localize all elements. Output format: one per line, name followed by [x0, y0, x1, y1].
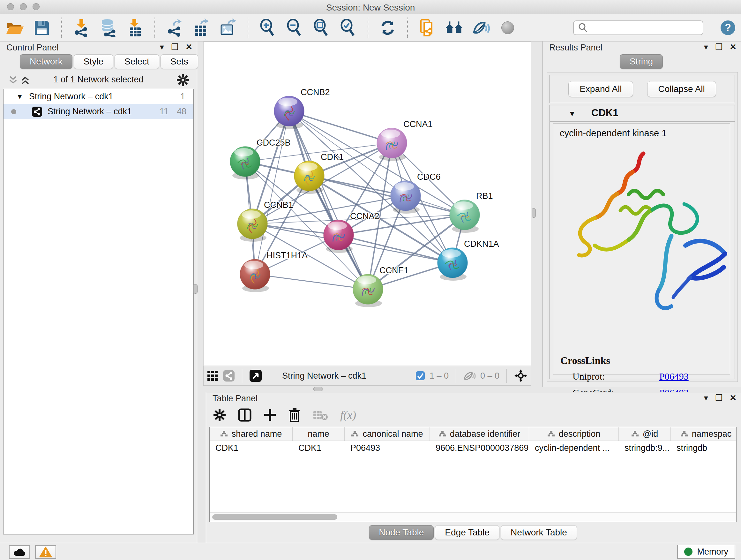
table-horizontal-scrollbar[interactable]: [210, 512, 736, 522]
open-session-button[interactable]: [6, 18, 24, 37]
tab-select[interactable]: Select: [115, 54, 159, 69]
import-network-database-button[interactable]: [99, 18, 118, 37]
expand-all-button[interactable]: Expand All: [568, 81, 633, 97]
network-graph[interactable]: CCNB2CCNA1CDC25BCDK1CDC6RB1CCNB1CCNA2CDK…: [204, 42, 531, 366]
zoom-out-button[interactable]: [285, 18, 304, 37]
node-CCNB1[interactable]: [238, 209, 267, 242]
node-CCNE1[interactable]: [353, 274, 383, 307]
gray-sphere-button[interactable]: [498, 18, 517, 37]
delete-column-icon[interactable]: [288, 408, 300, 422]
import-table-button[interactable]: [126, 18, 144, 37]
vertical-splitter-handle[interactable]: [193, 284, 198, 294]
node-RB1[interactable]: [450, 200, 480, 233]
column-header-shared-name[interactable]: shared name: [210, 427, 293, 441]
column-type-icon: [680, 430, 688, 437]
scrollbar-thumb[interactable]: [212, 514, 337, 520]
add-column-icon[interactable]: [264, 409, 276, 422]
column-header-name[interactable]: name: [293, 427, 345, 441]
node-CDC6[interactable]: [391, 181, 421, 213]
node-CCNA1[interactable]: [377, 128, 407, 161]
panel-menu-icon[interactable]: ▾: [704, 393, 708, 403]
memory-indicator[interactable]: Memory: [677, 545, 735, 559]
birdseye-view-icon[interactable]: [249, 369, 262, 382]
hidden-count: 0 – 0: [480, 371, 499, 381]
string-documents-button[interactable]: [418, 18, 436, 37]
table-cell[interactable]: 9606.ENSP00000378699: [430, 441, 529, 455]
network-canvas[interactable]: CCNB2CCNA1CDC25BCDK1CDC6RB1CCNB1CCNA2CDK…: [203, 42, 531, 366]
table-row[interactable]: CDK1CDK1P064939606.ENSP00000378699cyclin…: [210, 441, 736, 455]
edge-CCNB2-CCNA1[interactable]: [289, 111, 392, 143]
zoom-in-button[interactable]: [259, 18, 277, 37]
node-CDK1[interactable]: [294, 161, 324, 194]
houses-button[interactable]: [445, 18, 463, 37]
tab-style[interactable]: Style: [74, 54, 113, 69]
cloud-status-button[interactable]: [9, 545, 30, 559]
tree-expand-icon[interactable]: ▼: [16, 92, 23, 101]
help-button[interactable]: ?: [721, 20, 735, 35]
tab-edge-table[interactable]: Edge Table: [435, 525, 499, 540]
edge-HIST1H1A-CCNE1[interactable]: [255, 274, 368, 289]
column-header-database-identifier[interactable]: database identifier: [430, 427, 529, 441]
column-header-namespac[interactable]: namespac: [671, 427, 737, 441]
panel-close-icon[interactable]: ✕: [185, 42, 192, 52]
node-table: shared namenamecanonical namedatabase id…: [209, 427, 737, 522]
fit-content-button[interactable]: [312, 18, 331, 37]
selected-checkbox-icon[interactable]: [415, 371, 425, 381]
panel-menu-icon[interactable]: ▾: [160, 42, 164, 52]
tab-node-table[interactable]: Node Table: [369, 525, 434, 540]
column-header-canonical-name[interactable]: canonical name: [345, 427, 430, 441]
column-header-description[interactable]: description: [529, 427, 619, 441]
vertical-splitter-handle[interactable]: [532, 208, 536, 218]
table-cell[interactable]: cyclin-dependent ...: [529, 441, 619, 455]
node-HIST1H1A[interactable]: [240, 259, 270, 292]
table-cell[interactable]: stringdb: [671, 441, 737, 455]
zoom-selected-button[interactable]: [339, 18, 357, 37]
collapse-all-button[interactable]: Collapse All: [647, 81, 716, 97]
export-network-button[interactable]: [165, 18, 184, 37]
tab-sets[interactable]: Sets: [160, 54, 198, 69]
gear-icon[interactable]: [177, 74, 189, 86]
hidden-eye-icon[interactable]: [463, 371, 476, 381]
panel-float-icon[interactable]: ❒: [715, 393, 723, 403]
crosslink-link[interactable]: P06493: [659, 371, 689, 382]
crosslink-row: Uniprot:P06493: [560, 371, 741, 382]
node-result-body: cyclin-dependent kinase 1: [553, 123, 730, 375]
node-CCNB2[interactable]: [274, 96, 304, 129]
node-CCNA2[interactable]: [324, 220, 354, 253]
eye-waves-button[interactable]: [472, 18, 490, 37]
tab-network[interactable]: Network: [20, 54, 72, 69]
import-network-file-button[interactable]: [72, 18, 91, 37]
node-result-header[interactable]: ▼ CDK1: [550, 105, 735, 122]
table-cell[interactable]: CDK1: [293, 441, 345, 455]
network-collection-label: String Network – cdk1: [29, 91, 113, 102]
table-cell[interactable]: stringdb:9...: [619, 441, 671, 455]
warnings-button[interactable]: [35, 545, 56, 559]
node-CDC25B[interactable]: [230, 146, 260, 179]
table-cell[interactable]: CDK1: [210, 441, 293, 455]
export-image-button[interactable]: [219, 18, 238, 37]
table-cell[interactable]: P06493: [345, 441, 430, 455]
grid-mode-icon[interactable]: [207, 370, 218, 381]
refresh-button[interactable]: [379, 18, 397, 37]
pan-crosshair-icon[interactable]: [514, 369, 528, 383]
column-header--id[interactable]: @id: [619, 427, 671, 441]
network-row[interactable]: String Network – cdk1 11 48: [3, 104, 193, 119]
edge-CCNB2-CCNE1[interactable]: [289, 111, 368, 289]
section-collapse-icon[interactable]: ▼: [568, 109, 576, 118]
panel-close-icon[interactable]: ✕: [730, 393, 737, 403]
network-collection-row[interactable]: ▼ String Network – cdk1 1: [3, 89, 193, 104]
table-settings-gear-icon[interactable]: [213, 409, 226, 422]
network-view-icon[interactable]: [223, 370, 235, 382]
export-table-button[interactable]: [192, 18, 211, 37]
search-input[interactable]: [591, 22, 703, 33]
panel-float-icon[interactable]: ❒: [715, 42, 723, 52]
node-CDKN1A[interactable]: [437, 248, 468, 281]
save-session-button[interactable]: [32, 18, 51, 37]
horizontal-splitter-handle[interactable]: [313, 387, 323, 391]
panel-close-icon[interactable]: ✕: [730, 42, 737, 52]
show-columns-icon[interactable]: [238, 408, 252, 422]
panel-menu-icon[interactable]: ▾: [704, 42, 708, 52]
panel-float-icon[interactable]: ❒: [171, 42, 179, 52]
tab-network-table[interactable]: Network Table: [501, 525, 577, 540]
tab-string[interactable]: String: [620, 54, 663, 69]
